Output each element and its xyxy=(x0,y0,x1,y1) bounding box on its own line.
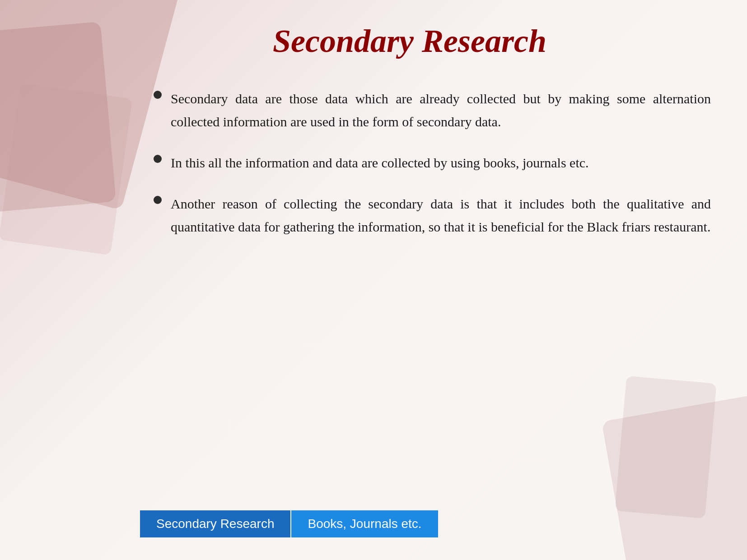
summary-table: Secondary Research Books, Journals etc. xyxy=(140,510,711,537)
table-cell-secondary-research: Secondary Research xyxy=(140,510,290,537)
slide-container: Secondary Research Secondary data are th… xyxy=(0,0,747,560)
bullet-dot-icon xyxy=(154,196,162,204)
list-item: Another reason of collecting the seconda… xyxy=(154,192,711,238)
bullet-dot-icon xyxy=(154,155,162,163)
slide-content: Secondary Research Secondary data are th… xyxy=(0,0,747,560)
bullet-dot-icon xyxy=(154,91,162,99)
list-item: Secondary data are those data which are … xyxy=(154,87,711,133)
table-cell-books-journals: Books, Journals etc. xyxy=(290,510,438,537)
bullet-list: Secondary data are those data which are … xyxy=(154,87,711,497)
list-item: In this all the information and data are… xyxy=(154,151,711,174)
bullet-text-2: In this all the information and data are… xyxy=(171,151,589,174)
bullet-text-1: Secondary data are those data which are … xyxy=(171,87,711,133)
slide-title: Secondary Research xyxy=(108,23,711,60)
bullet-text-3: Another reason of collecting the seconda… xyxy=(171,192,711,238)
